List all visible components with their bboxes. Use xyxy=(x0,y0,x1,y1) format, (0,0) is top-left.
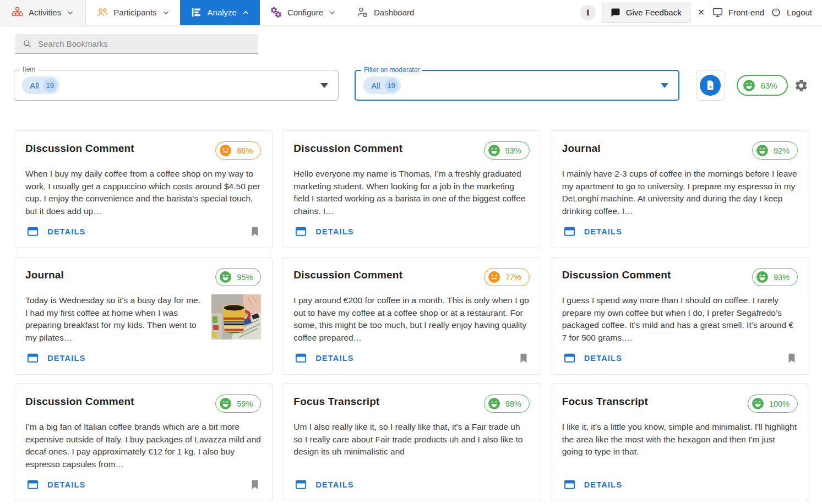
neutral-face-icon xyxy=(219,144,232,157)
details-button[interactable]: DETAILS xyxy=(293,349,355,366)
speech-bubble-icon xyxy=(611,8,620,18)
details-button[interactable]: DETAILS xyxy=(25,223,86,240)
card-title: Discussion Comment xyxy=(293,143,402,155)
search-input[interactable] xyxy=(38,39,251,48)
excel-export-icon xyxy=(700,75,721,96)
sentiment-badge: 86% xyxy=(215,141,261,160)
browser-window-icon xyxy=(563,478,576,491)
details-button[interactable]: DETAILS xyxy=(562,223,623,240)
chevron-up-icon xyxy=(242,9,250,17)
bookmark-card: Discussion Comment 86% When I buy my dai… xyxy=(14,130,273,248)
details-label: DETAILS xyxy=(47,354,85,363)
person-clock-icon xyxy=(356,6,369,19)
bookmark-icon[interactable] xyxy=(518,352,530,364)
browser-window-icon xyxy=(563,225,576,238)
info-icon[interactable]: i xyxy=(580,5,596,20)
details-button[interactable]: DETAILS xyxy=(562,349,623,366)
sentiment-badge: 93% xyxy=(752,268,798,286)
overall-sentiment-score: 63% xyxy=(761,81,777,90)
card-excerpt: When I buy my daily coffee from a coffee… xyxy=(25,168,261,217)
details-label: DETAILS xyxy=(584,227,622,236)
grin-face-icon xyxy=(751,397,765,410)
bookmark-card: Focus Transcript 100% I like it, it's a … xyxy=(551,384,809,501)
sentiment-score: 77% xyxy=(505,273,521,282)
bookmark-card: Focus Transcript 98% Um I also really li… xyxy=(282,384,541,501)
item-filter-label: Item xyxy=(20,65,38,73)
card-title: Journal xyxy=(25,269,64,281)
nav-tab-activities[interactable]: Activities xyxy=(0,0,86,25)
sentiment-score: 100% xyxy=(769,399,790,408)
overall-sentiment-badge: 63% xyxy=(737,75,788,96)
details-button[interactable]: DETAILS xyxy=(293,476,355,493)
gear-icon[interactable] xyxy=(794,78,808,93)
bookmark-card: Discussion Comment 93% Hello everyone my… xyxy=(282,130,541,248)
details-button[interactable]: DETAILS xyxy=(293,223,355,240)
card-excerpt: Hello everyone my name is Thomas, I’m a … xyxy=(293,168,529,217)
excel-export-button[interactable] xyxy=(696,70,725,101)
browser-window-icon xyxy=(563,352,576,364)
sentiment-badge: 59% xyxy=(215,395,261,413)
sentiment-score: 95% xyxy=(237,273,253,282)
card-title: Focus Transcript xyxy=(562,396,648,408)
card-excerpt: Um I also really like it, so I really li… xyxy=(293,421,529,458)
item-filter-select[interactable]: Item All 19 xyxy=(14,70,339,101)
sentiment-badge: 92% xyxy=(752,141,798,160)
chip-value: All xyxy=(30,81,39,90)
sentiment-score: 59% xyxy=(237,399,253,408)
chevron-down-icon xyxy=(328,9,336,17)
card-excerpt: Today is Wednesday so it's a busy day fo… xyxy=(25,294,204,344)
nav-tab-label: Configure xyxy=(287,8,323,17)
details-button[interactable]: DETAILS xyxy=(562,476,623,493)
chip-count: 19 xyxy=(43,79,57,92)
grin-face-icon xyxy=(219,397,232,410)
card-title: Discussion Comment xyxy=(293,269,402,281)
sentiment-badge: 77% xyxy=(484,268,530,286)
gears-icon xyxy=(270,6,282,19)
give-feedback-button[interactable]: Give Feedback xyxy=(602,3,690,23)
nav-tab-label: Participants xyxy=(113,8,156,17)
frontend-link[interactable]: Front-end xyxy=(712,7,764,18)
nav-tab-dashboard[interactable]: Dashboard xyxy=(346,0,424,25)
card-excerpt: I like it, it's a little you know, simpl… xyxy=(562,421,798,458)
people-icon xyxy=(96,6,108,19)
moderator-filter-chip: All 19 xyxy=(363,76,401,94)
details-label: DETAILS xyxy=(47,227,85,236)
search-bookmarks-field xyxy=(15,34,258,54)
browser-window-icon xyxy=(295,478,307,491)
bookmark-icon[interactable] xyxy=(249,479,261,491)
chevron-down-icon xyxy=(66,9,74,17)
bookmark-card: Journal 95% Today is Wednesday so it's a… xyxy=(14,257,273,375)
sentiment-score: 86% xyxy=(237,146,253,155)
journal-photo-thumbnail[interactable] xyxy=(211,294,261,339)
chevron-down-icon xyxy=(162,9,170,17)
search-icon xyxy=(22,39,32,49)
dropdown-arrow-icon xyxy=(661,83,668,88)
details-label: DETAILS xyxy=(315,480,353,489)
nav-tab-label: Analyze xyxy=(208,8,237,17)
dropdown-arrow-icon xyxy=(320,83,328,88)
browser-window-icon xyxy=(26,478,39,491)
moderator-filter-label: Filter on moderator xyxy=(361,66,422,74)
moderator-filter-select[interactable]: Filter on moderator All 19 xyxy=(355,70,679,101)
bookmark-icon[interactable] xyxy=(249,226,261,238)
card-excerpt: I pay around €200 for coffee in a month.… xyxy=(293,294,529,344)
bookmark-icon[interactable] xyxy=(786,352,798,364)
details-button[interactable]: DETAILS xyxy=(25,476,86,493)
logout-button[interactable]: Logout xyxy=(770,7,812,18)
power-icon xyxy=(770,7,782,18)
details-button[interactable]: DETAILS xyxy=(25,349,86,366)
nav-tab-participants[interactable]: Participants xyxy=(86,0,179,25)
browser-window-icon xyxy=(26,352,39,364)
filter-toolbar: Item All 19 Filter on moderator All 19 6… xyxy=(0,70,822,101)
chip-value: All xyxy=(371,81,380,90)
nav-tab-configure[interactable]: Configure xyxy=(260,0,346,25)
nav-tab-analyze[interactable]: Analyze xyxy=(180,0,260,25)
grin-face-icon xyxy=(219,270,232,284)
monitor-icon xyxy=(712,7,723,18)
details-label: DETAILS xyxy=(584,480,622,489)
sentiment-score: 93% xyxy=(505,146,521,155)
card-title: Discussion Comment xyxy=(562,269,671,281)
card-excerpt: I’m a big fan of Italian coffee brands w… xyxy=(25,421,261,470)
nav-tab-label: Activities xyxy=(29,8,61,17)
close-icon[interactable]: ✕ xyxy=(696,7,706,18)
